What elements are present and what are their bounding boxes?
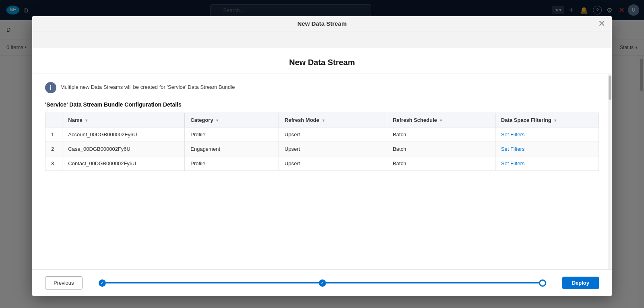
outer-modal: New Data Stream ✕ New Data Stream i Mult… xyxy=(32,16,612,296)
info-banner: i Multiple new Data Streams will be crea… xyxy=(45,82,599,93)
row-num-1: 1 xyxy=(45,127,62,142)
outer-modal-close-icon[interactable]: ✕ xyxy=(598,19,605,28)
modal-footer: Previous ✓ ✓ Deploy xyxy=(32,269,612,296)
table-header-row: Name ▾ Category ▾ Refresh Mode ▾ Refre xyxy=(45,113,599,127)
previous-button[interactable]: Previous xyxy=(45,276,83,290)
row-category-2: Engagement xyxy=(185,142,279,156)
col-header-category[interactable]: Category ▾ xyxy=(185,113,279,127)
col-header-refresh-mode[interactable]: Refresh Mode ▾ xyxy=(279,113,387,127)
col-header-data-space-filtering[interactable]: Data Space Filtering ▾ xyxy=(495,113,599,127)
row-refresh-mode-1: Upsert xyxy=(279,127,387,142)
step-3-circle xyxy=(539,279,546,287)
modal-scroll-area[interactable]: i Multiple new Data Streams will be crea… xyxy=(32,74,612,269)
set-filters-link-2[interactable]: Set Filters xyxy=(501,146,525,152)
filtering-sort-icon[interactable]: ▾ xyxy=(554,118,556,123)
step-2-checkmark: ✓ xyxy=(321,281,324,285)
table-body: 1 Account_00DGB000002Fy6U Profile Upsert… xyxy=(45,127,599,171)
inner-modal-title: New Data Stream xyxy=(32,48,612,74)
modal-scrollbar[interactable] xyxy=(608,74,612,269)
row-set-filters-1[interactable]: Set Filters xyxy=(495,127,599,142)
step-1-checkmark: ✓ xyxy=(101,281,104,285)
col-header-num xyxy=(45,113,62,127)
row-num-2: 2 xyxy=(45,142,62,156)
step-1-circle: ✓ xyxy=(99,279,106,287)
set-filters-link-1[interactable]: Set Filters xyxy=(501,131,525,138)
col-header-name[interactable]: Name ▾ xyxy=(62,113,185,127)
row-name-3: Contact_00DGB000002Fy6U xyxy=(62,156,185,171)
row-name-1: Account_00DGB000002Fy6U xyxy=(62,127,185,142)
inner-modal: New Data Stream i Multiple new Data Stre… xyxy=(32,48,612,296)
progress-steps: ✓ ✓ xyxy=(83,279,562,287)
row-category-3: Profile xyxy=(185,156,279,171)
section-title: 'Service' Data Stream Bundle Configurati… xyxy=(45,101,599,108)
row-refresh-schedule-1: Batch xyxy=(387,127,495,142)
row-refresh-schedule-3: Batch xyxy=(387,156,495,171)
row-set-filters-2[interactable]: Set Filters xyxy=(495,142,599,156)
configuration-table: Name ▾ Category ▾ Refresh Mode ▾ Refre xyxy=(45,113,599,171)
table-row: 2 Case_00DGB000002Fy6U Engagement Upsert… xyxy=(45,142,599,156)
set-filters-link-3[interactable]: Set Filters xyxy=(501,160,525,166)
name-sort-icon[interactable]: ▾ xyxy=(85,118,87,123)
outer-modal-title: New Data Stream xyxy=(297,20,347,27)
modal-scroll-thumb xyxy=(609,76,611,100)
row-refresh-mode-2: Upsert xyxy=(279,142,387,156)
col-header-refresh-schedule[interactable]: Refresh Schedule ▾ xyxy=(387,113,495,127)
progress-line-2 xyxy=(326,282,539,283)
row-name-2: Case_00DGB000002Fy6U xyxy=(62,142,185,156)
deploy-button[interactable]: Deploy xyxy=(562,277,599,289)
row-num-3: 3 xyxy=(45,156,62,171)
info-icon: i xyxy=(45,82,56,93)
row-refresh-schedule-2: Batch xyxy=(387,142,495,156)
refresh-schedule-sort-icon[interactable]: ▾ xyxy=(440,118,442,123)
outer-modal-header: New Data Stream ✕ xyxy=(32,16,612,31)
progress-line-1 xyxy=(106,282,319,283)
row-category-1: Profile xyxy=(185,127,279,142)
category-sort-icon[interactable]: ▾ xyxy=(216,118,218,123)
row-refresh-mode-3: Upsert xyxy=(279,156,387,171)
info-banner-text: Multiple new Data Streams will be create… xyxy=(60,82,235,90)
table-row: 3 Contact_00DGB000002Fy6U Profile Upsert… xyxy=(45,156,599,171)
step-2-circle: ✓ xyxy=(319,279,326,287)
refresh-mode-sort-icon[interactable]: ▾ xyxy=(322,118,324,123)
table-row: 1 Account_00DGB000002Fy6U Profile Upsert… xyxy=(45,127,599,142)
row-set-filters-3[interactable]: Set Filters xyxy=(495,156,599,171)
